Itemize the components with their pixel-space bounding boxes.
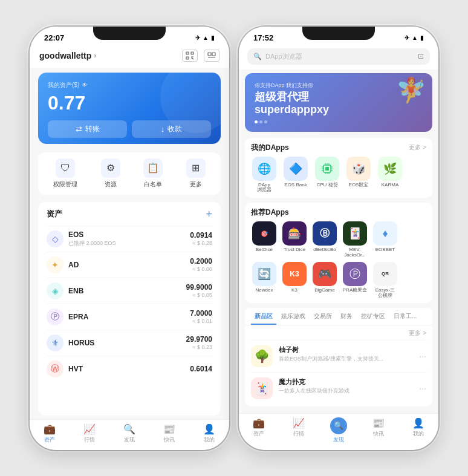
tab-new[interactable]: 新品区: [251, 308, 276, 325]
yuzhu-icon: 🌳: [251, 345, 273, 367]
enb-amount: 99.9000: [186, 283, 212, 292]
eosbet-icon: ♦: [373, 221, 397, 246]
table-row[interactable]: Ⓟ EPRA 7.0000 ≈ $ 0.01: [47, 304, 212, 330]
add-asset-button[interactable]: +: [206, 208, 212, 221]
discover-nav-icon-2: 🔍: [330, 417, 347, 434]
nav2-market[interactable]: 📈 行情: [279, 417, 319, 444]
market-nav-icon: 📈: [83, 423, 96, 435]
menu-more[interactable]: ⊞ 更多: [186, 158, 206, 189]
wallet-amount: 0.77: [48, 92, 211, 114]
epra-icon: Ⓟ: [47, 308, 63, 325]
assets-nav-label-2: 资产: [253, 430, 264, 438]
tab-exchange[interactable]: 交易所: [310, 308, 336, 325]
dot-3: [264, 120, 267, 123]
nav-news[interactable]: 📰 快讯: [149, 423, 189, 444]
nav2-discover[interactable]: 🔍 发现: [319, 417, 359, 444]
horus-icon: ⚜: [47, 334, 63, 351]
search-placeholder: DApp浏览器: [265, 52, 302, 61]
scan-icon: [186, 51, 194, 60]
tab-games[interactable]: 娱乐游戏: [278, 308, 309, 325]
permissions-label: 权限管理: [53, 180, 77, 189]
wifi-icon: ▲: [203, 34, 209, 41]
hvt-amounts: 0.6014: [190, 365, 212, 373]
cpu-app[interactable]: CPU 稳贷: [314, 157, 340, 194]
dapp-browser-app[interactable]: 🌐 DApp浏览器: [251, 157, 278, 194]
recommended-dapps-section: 推荐DApps 🎯 BetDice 🎰 Trust Dice Ⓑ dBetSic…: [245, 203, 432, 303]
eye-icon[interactable]: 👁: [82, 82, 88, 88]
eos-bank-app[interactable]: 🔷 EOS Bank: [282, 157, 309, 194]
eos-dice-app[interactable]: 🎲 EOS骰宝: [345, 157, 372, 194]
scan-icon-2: ⊡: [418, 52, 424, 60]
list-more[interactable]: 更多 >: [251, 328, 426, 340]
wallet-scan-button[interactable]: [182, 50, 198, 62]
phone-screen-2: 17:52 ✈ ▲ ▮ 🔍 DApp浏览器 ⊡ 你支持DApp 我们支持你: [239, 27, 438, 450]
eosyx-icon: QR: [373, 262, 397, 286]
dbetsicbo-app[interactable]: Ⓑ dBetSicBo: [311, 221, 338, 258]
market-nav-icon-2: 📈: [293, 417, 305, 429]
tab-finance[interactable]: 财务: [337, 308, 356, 325]
dapp-search-bar[interactable]: 🔍 DApp浏览器 ⊡: [247, 48, 430, 65]
list-item[interactable]: 🌳 柚子树 首款EOS制户浏览器/搜索引擎，支持接关... ···: [251, 340, 426, 372]
nav2-profile[interactable]: 👤 我的: [398, 417, 438, 444]
table-row[interactable]: ✦ AD 0.2000 ≈ $ 0.00: [47, 252, 212, 278]
nav-profile[interactable]: 👤 我的: [189, 423, 229, 444]
hvt-icon: Ⓦ: [47, 360, 63, 377]
layout-icon: [207, 52, 216, 59]
airplane-icon: ✈: [195, 34, 200, 41]
transfer-button[interactable]: ⇄ 转账: [48, 120, 127, 138]
receive-button[interactable]: ↓ 收款: [132, 120, 211, 138]
dapp-tabs: 新品区 娱乐游戏 交易所 财务 挖矿专区 日常工...: [245, 308, 432, 325]
eosbet-app[interactable]: ♦ EOSBET: [372, 221, 398, 258]
table-row[interactable]: ⚜ HORUS 29.9700 ≈ $ 0.23: [47, 330, 212, 356]
eosbet-label: EOSBET: [375, 247, 395, 253]
mev-app[interactable]: 🃏 MEV-JacksOr...: [342, 221, 368, 258]
menu-permissions[interactable]: 🛡 权限管理: [53, 158, 77, 189]
list-item[interactable]: 🃏 魔力扑克 一款多人在线区块链扑克游戏 ···: [251, 372, 426, 404]
eosyx-app[interactable]: QR Eosyx-三公棋牌: [372, 262, 398, 299]
karma-app[interactable]: 🌿 KARMA: [377, 157, 403, 194]
svg-rect-3: [187, 53, 188, 53]
resources-icon: ⚙: [101, 158, 120, 178]
table-row[interactable]: ◈ ENB 99.9000 ≈ $ 0.05: [47, 278, 212, 304]
menu-resources[interactable]: ⚙ 资源: [101, 158, 120, 189]
hvt-info: HVT: [68, 365, 190, 373]
betdice-app[interactable]: 🎯 BetDice: [251, 221, 278, 258]
yuzhu-info: 柚子树 首款EOS制户浏览器/搜索引擎，支持接关...: [279, 345, 413, 363]
profile-nav-label: 我的: [204, 436, 215, 444]
bottom-nav-1: 💼 资产 📈 行情 🔍 发现 📰 快讯 👤 我的: [30, 419, 229, 450]
nav-assets[interactable]: 💼 资产: [30, 423, 70, 444]
market-nav-label: 行情: [84, 436, 95, 444]
biggame-app[interactable]: 🎮 BigGame: [311, 262, 338, 299]
banner-dots: [255, 120, 423, 123]
table-row[interactable]: ◇ EOS 已抵押 2.0000 EOS 0.0914 ≈ $ 0.28: [47, 226, 212, 252]
mev-icon: 🃏: [343, 221, 367, 246]
trustdice-app[interactable]: 🎰 Trust Dice: [281, 221, 308, 258]
discover-nav-icon: 🔍: [123, 423, 135, 435]
svg-rect-9: [208, 53, 211, 56]
svg-rect-4: [192, 53, 193, 53]
trustdice-icon: 🎰: [282, 221, 307, 246]
karma-icon: 🌿: [378, 157, 402, 181]
phone-notch-2: [302, 27, 375, 40]
nav2-assets[interactable]: 💼 资产: [239, 417, 279, 444]
news-nav-icon: 📰: [163, 423, 175, 435]
wallet-layout-button[interactable]: [204, 50, 219, 62]
newdex-app[interactable]: 🔄 Newdex: [251, 262, 278, 299]
dapp-banner[interactable]: 你支持DApp 我们支持你 超级君代理 superdapppxy 🧚: [245, 73, 432, 132]
wallet-title[interactable]: goodwallettp ›: [39, 51, 96, 60]
pra-app[interactable]: Ⓟ PRA糖果盒: [342, 262, 368, 299]
table-row[interactable]: Ⓦ HVT 0.6014: [47, 356, 212, 382]
recommended-row2: 🔄 Newdex K3 K3 🎮 BigGame Ⓟ PRA糖果盒: [251, 262, 426, 299]
banner-line1: 超级君代理: [255, 91, 309, 103]
status-icons-1: ✈ ▲ ▮: [195, 34, 215, 41]
cpu-svg-icon: [320, 162, 334, 175]
horus-usd: ≈ $ 0.23: [186, 344, 212, 350]
my-dapps-more[interactable]: 更多 >: [409, 143, 426, 152]
nav-market[interactable]: 📈 行情: [70, 423, 109, 444]
tab-daily[interactable]: 日常工...: [390, 308, 420, 325]
tab-mining[interactable]: 挖矿专区: [357, 308, 389, 325]
menu-whitelist[interactable]: 📋 白名单: [143, 158, 163, 189]
nav2-news[interactable]: 📰 快讯: [359, 417, 398, 444]
k3-app[interactable]: K3 K3: [281, 262, 308, 299]
nav-discover[interactable]: 🔍 发现: [109, 423, 149, 444]
